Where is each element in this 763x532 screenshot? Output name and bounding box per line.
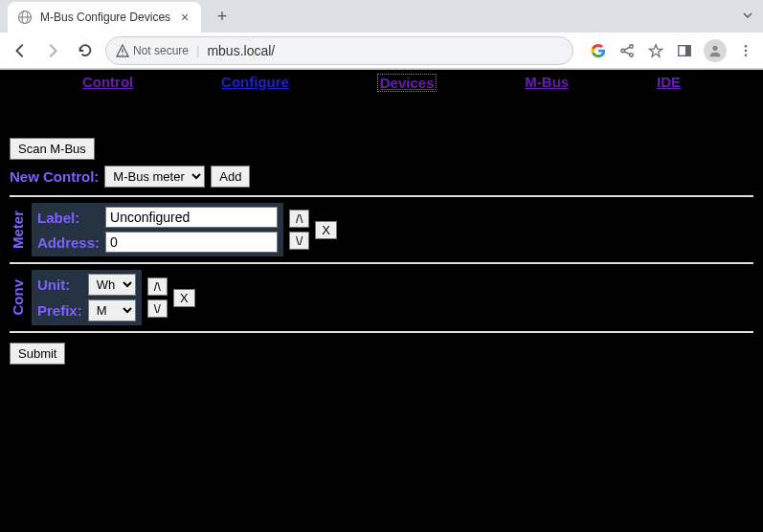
scan-mbus-button[interactable]: Scan M-Bus	[10, 138, 95, 160]
menu-icon[interactable]	[736, 41, 755, 60]
security-text: Not secure	[133, 44, 189, 57]
conv-down-button[interactable]: \/	[147, 299, 168, 318]
divider	[10, 195, 753, 197]
browser-toolbar: Not secure | mbus.local/	[0, 33, 763, 69]
panel-icon[interactable]	[675, 41, 694, 60]
conv-prefix-select[interactable]: M	[88, 299, 136, 321]
svg-line-8	[624, 47, 629, 50]
meter-up-button[interactable]: /\	[289, 210, 309, 228]
tab-title: M-Bus Configure Devices	[40, 11, 170, 24]
chevron-down-icon[interactable]	[742, 9, 753, 24]
nav-ide[interactable]: IDE	[657, 74, 681, 92]
divider	[10, 262, 753, 264]
conv-updown: /\ \/	[147, 277, 168, 318]
submit-button[interactable]: Submit	[10, 343, 65, 365]
conv-fields: Unit: Wh Prefix: M	[32, 270, 142, 325]
nav-control[interactable]: Control	[82, 74, 133, 92]
toolbar-icons	[581, 39, 755, 62]
svg-point-7	[630, 53, 634, 56]
address-bar[interactable]: Not secure | mbus.local/	[105, 36, 573, 65]
nav-mbus[interactable]: M-Bus	[525, 74, 569, 92]
close-icon[interactable]: ×	[178, 10, 191, 25]
browser-tab[interactable]: M-Bus Configure Devices ×	[8, 2, 201, 33]
conv-up-button[interactable]: /\	[147, 277, 168, 296]
meter-device-row: Meter Label: Address: /\ \/ X	[10, 203, 753, 256]
meter-fields: Label: Address:	[32, 203, 283, 256]
new-control-label: New Control:	[10, 168, 99, 185]
new-control-select[interactable]: M-Bus meter	[104, 166, 205, 188]
add-button[interactable]: Add	[211, 166, 250, 188]
meter-label-label: Label:	[37, 210, 100, 226]
svg-point-15	[745, 54, 747, 55]
nav-configure[interactable]: Configure	[221, 74, 289, 92]
back-button[interactable]	[8, 38, 33, 63]
content-area: Scan M-Bus New Control: M-Bus meter Add …	[0, 96, 763, 374]
url-text: mbus.local/	[207, 43, 275, 58]
reload-button[interactable]	[73, 38, 98, 63]
svg-line-9	[624, 51, 629, 54]
scan-row: Scan M-Bus	[10, 138, 753, 160]
avatar[interactable]	[704, 39, 727, 62]
conv-device-row: Conv Unit: Wh Prefix: M /\ \/ X	[10, 270, 753, 325]
conv-unit-select[interactable]: Wh	[88, 274, 136, 296]
meter-delete-button[interactable]: X	[315, 221, 337, 239]
globe-icon	[17, 10, 33, 25]
share-icon[interactable]	[617, 41, 637, 60]
svg-point-14	[745, 49, 747, 51]
new-control-row: New Control: M-Bus meter Add	[10, 166, 753, 188]
submit-row: Submit	[10, 343, 753, 365]
google-icon[interactable]	[589, 41, 608, 60]
tab-bar: M-Bus Configure Devices × +	[0, 0, 763, 33]
svg-point-6	[621, 49, 625, 53]
conv-label: Conv	[10, 276, 26, 320]
meter-address-label: Address:	[37, 234, 100, 251]
meter-address-input[interactable]	[105, 232, 278, 253]
meter-label: Meter	[10, 207, 26, 253]
nav-links: Control Configure Devices M-Bus IDE	[0, 70, 763, 96]
meter-updown: /\ \/	[289, 210, 309, 250]
divider: |	[196, 43, 199, 57]
svg-point-4	[122, 54, 123, 55]
new-tab-button[interactable]: +	[211, 7, 234, 27]
forward-button[interactable]	[40, 38, 65, 63]
divider	[10, 331, 753, 333]
star-icon[interactable]	[646, 41, 665, 60]
conv-delete-button[interactable]: X	[173, 289, 195, 307]
meter-label-input[interactable]	[105, 207, 278, 228]
nav-devices[interactable]: Devices	[377, 74, 438, 92]
svg-point-13	[745, 45, 747, 47]
svg-rect-11	[685, 45, 690, 55]
svg-point-12	[712, 45, 717, 50]
meter-down-button[interactable]: \/	[289, 232, 309, 250]
conv-prefix-label: Prefix:	[37, 302, 82, 319]
page-content: Control Configure Devices M-Bus IDE Scan…	[0, 70, 763, 532]
not-secure-icon: Not secure	[116, 44, 189, 57]
svg-point-5	[630, 44, 634, 48]
browser-chrome: M-Bus Configure Devices × + Not secure |…	[0, 0, 763, 70]
conv-unit-label: Unit:	[37, 277, 82, 293]
